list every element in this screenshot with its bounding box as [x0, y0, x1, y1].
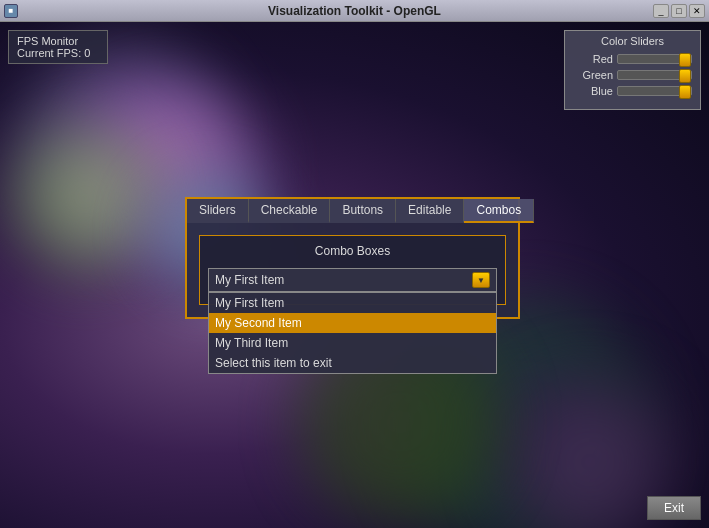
window-title: Visualization Toolkit - OpenGL — [268, 4, 441, 18]
combo-item-0[interactable]: My First Item — [209, 293, 496, 313]
app-icon: ■ — [4, 4, 18, 18]
fps-current: Current FPS: 0 — [17, 47, 99, 59]
red-slider-thumb[interactable] — [679, 53, 691, 67]
combo-section: Combo Boxes My First Item ▼ My First Ite… — [199, 235, 506, 305]
tab-combos[interactable]: Combos — [464, 199, 534, 223]
minimize-button[interactable]: _ — [653, 4, 669, 18]
combo-selected-text: My First Item — [215, 273, 284, 287]
title-bar-left: ■ — [4, 4, 18, 18]
tab-checkable[interactable]: Checkable — [249, 199, 331, 223]
tab-sliders[interactable]: Sliders — [187, 199, 249, 223]
main-content: FPS Monitor Current FPS: 0 Color Sliders… — [0, 22, 709, 528]
tab-panel: Sliders Checkable Buttons Editable Combo… — [185, 197, 520, 319]
fps-monitor-panel: FPS Monitor Current FPS: 0 — [8, 30, 108, 64]
title-bar: ■ Visualization Toolkit - OpenGL _ □ ✕ — [0, 0, 709, 22]
tab-content: Combo Boxes My First Item ▼ My First Ite… — [187, 223, 518, 317]
combo-dropdown: My First Item My Second Item My Third It… — [208, 292, 497, 374]
blue-slider-thumb[interactable] — [679, 85, 691, 99]
blue-slider-row: Blue — [573, 85, 692, 97]
blue-slider-track[interactable] — [617, 86, 692, 96]
red-slider-track[interactable] — [617, 54, 692, 64]
close-button[interactable]: ✕ — [689, 4, 705, 18]
red-slider-row: Red — [573, 53, 692, 65]
tab-buttons[interactable]: Buttons — [330, 199, 396, 223]
color-panel-title: Color Sliders — [573, 35, 692, 47]
combo-dropdown-arrow[interactable]: ▼ — [472, 272, 490, 288]
green-slider-thumb[interactable] — [679, 69, 691, 83]
combo-box: My First Item ▼ My First Item My Second … — [208, 268, 497, 292]
title-buttons: _ □ ✕ — [653, 4, 705, 18]
maximize-button[interactable]: □ — [671, 4, 687, 18]
arrow-icon: ▼ — [477, 276, 485, 285]
green-slider-row: Green — [573, 69, 692, 81]
tab-editable[interactable]: Editable — [396, 199, 464, 223]
blue-label: Blue — [573, 85, 613, 97]
combo-item-1[interactable]: My Second Item — [209, 313, 496, 333]
combo-selected-display[interactable]: My First Item ▼ — [208, 268, 497, 292]
green-label: Green — [573, 69, 613, 81]
color-sliders-panel: Color Sliders Red Green Blue — [564, 30, 701, 110]
red-label: Red — [573, 53, 613, 65]
tab-bar: Sliders Checkable Buttons Editable Combo… — [187, 199, 518, 223]
green-slider-track[interactable] — [617, 70, 692, 80]
exit-button[interactable]: Exit — [647, 496, 701, 520]
combo-item-3[interactable]: Select this item to exit — [209, 353, 496, 373]
bg-blob-3 — [10, 122, 160, 272]
fps-monitor-title: FPS Monitor — [17, 35, 99, 47]
combo-item-2[interactable]: My Third Item — [209, 333, 496, 353]
combo-section-title: Combo Boxes — [208, 244, 497, 258]
